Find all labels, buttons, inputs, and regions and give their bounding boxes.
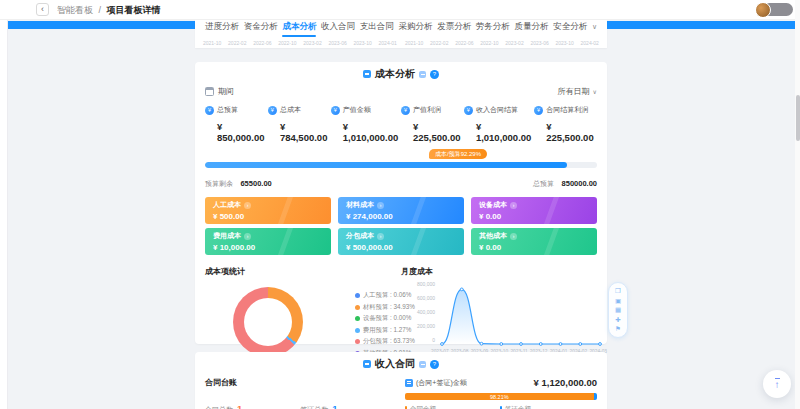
- axis-tick: 2022-10: [278, 40, 296, 46]
- amount-row: (合同+签证)金额 ¥ 1,120,000.00: [405, 377, 597, 388]
- legend-item: 费用预算 : 1.27%: [355, 326, 415, 335]
- grid-icon[interactable]: ▦: [615, 306, 621, 314]
- axis-tick: 2023-02: [505, 40, 523, 46]
- back-button[interactable]: ‹: [36, 3, 49, 16]
- area-chart-svg: [438, 284, 604, 346]
- user-avatar[interactable]: [755, 2, 771, 18]
- chart-titles-row: 成本项统计 月度成本: [205, 266, 597, 277]
- coin-icon: ¥: [268, 106, 277, 115]
- budget-remaining: 预算剩余 65500.00: [205, 172, 272, 190]
- legend-item: 人工预算 : 0.06%: [355, 291, 415, 300]
- cost-card-value: ¥ 274,000.00: [346, 212, 456, 221]
- visa-count-group: 签证总数 1: [300, 403, 337, 409]
- legend-label: 分包预算 : 63.73%: [363, 337, 415, 346]
- donut-legend-dot: [355, 293, 360, 298]
- document-icon: [405, 379, 413, 387]
- axis-label-group-right: 2021-10 2022-02 2022-06 2022-10 2023-02 …: [405, 40, 599, 46]
- period-label: 期间: [218, 86, 234, 97]
- stat-value: ¥ 850,000.00: [205, 121, 268, 143]
- axis-label-group-left: 2021-10 2022-02 2022-06 2022-10 2023-02 …: [203, 40, 397, 46]
- title-deco-right-icon: [419, 71, 426, 78]
- cost-analysis-section: 成本分析 ? 期间 所有日期 ∨ ¥总预算 ¥ 850,000.00 ¥总成本 …: [195, 62, 607, 344]
- title-deco-right-icon: [419, 361, 426, 368]
- stat-settlement-profit: ¥合同结算利润 ¥ 225,500.00: [534, 105, 597, 143]
- stat-value: ¥ 225,500.00: [401, 121, 464, 143]
- income-legend-item: 签证金额 ¥ 20,000.00: [500, 405, 595, 409]
- page-scrollbar: [795, 0, 800, 409]
- cost-card-value: ¥ 500,000.00: [346, 243, 456, 252]
- ledger-counts: 合同总数 1 签证总数 1: [205, 403, 405, 409]
- flag-icon[interactable]: ⚑: [615, 325, 621, 333]
- arrow-right-icon: ›: [244, 202, 251, 209]
- legend-label: 费用预算 : 1.27%: [363, 326, 411, 335]
- y-axis-tick: 600,000: [411, 295, 435, 301]
- contract-ledger-block: 合同台账 合同总数 1 签证总数 1: [205, 377, 405, 409]
- income-bar-fill: 98.21%: [405, 393, 594, 400]
- help-icon[interactable]: ?: [430, 70, 439, 79]
- donut-legend-dot: [355, 316, 360, 321]
- stat-output-profit: ¥产值利润 ¥ 225,500.00: [401, 105, 464, 143]
- cost-card[interactable]: 其他成本› ¥ 0.00: [471, 228, 597, 255]
- visa-count-value[interactable]: 1: [332, 403, 337, 409]
- cost-card[interactable]: 材料成本› ¥ 274,000.00: [338, 197, 464, 224]
- y-axis-tick: 400,000: [411, 309, 435, 315]
- cost-card[interactable]: 人工成本› ¥ 500.00: [205, 197, 331, 224]
- tabs-overflow-chevron-icon[interactable]: ∨: [592, 23, 597, 31]
- income-contract-section: 收入合同 ? 合同台账 合同总数 1 签证总数 1: [195, 352, 607, 409]
- axis-tick: 2023-06: [530, 40, 548, 46]
- axis-tick: 2023-02: [303, 40, 321, 46]
- stat-income-settlement: ¥收入合同结算 ¥ 1,010,000.00: [464, 105, 534, 143]
- stat-label: 产值金额: [343, 105, 371, 115]
- breadcrumb-separator: /: [99, 5, 102, 15]
- contract-amount-bar: 98.21%: [405, 393, 597, 400]
- stat-total-cost: ¥总成本 ¥ 784,500.00: [268, 105, 331, 143]
- stat-label: 合同结算利润: [546, 105, 588, 115]
- budget-total: 总预算 850000.00: [533, 172, 597, 190]
- area-fill: [442, 289, 600, 344]
- axis-tick: 2022-06: [455, 40, 473, 46]
- stat-value: ¥ 1,010,000.00: [464, 121, 534, 143]
- income-legend-tick: [405, 406, 407, 409]
- date-filter-value: 所有日期: [558, 86, 590, 97]
- cost-card-label: 人工成本: [213, 200, 241, 210]
- budget-remaining-value: 65500.00: [240, 179, 271, 188]
- cost-card[interactable]: 设备成本› ¥ 0.00: [471, 197, 597, 224]
- income-legend-item: 合同金额 ¥ 1,100,000.00: [405, 405, 500, 409]
- stat-total-budget: ¥总预算 ¥ 850,000.00: [205, 105, 268, 143]
- help-icon[interactable]: ?: [430, 360, 439, 369]
- plus-icon[interactable]: ✚: [615, 316, 620, 324]
- contract-count-value[interactable]: 1: [237, 403, 242, 409]
- donut-legend-dot: [355, 339, 360, 344]
- axis-tick: 2023-10: [353, 40, 371, 46]
- cost-card-label: 材料成本: [346, 200, 374, 210]
- cost-donut-chart: [233, 287, 303, 357]
- axis-tick: 2022-10: [480, 40, 498, 46]
- windows-icon[interactable]: ❐: [615, 287, 621, 295]
- image-icon[interactable]: ▣: [615, 297, 621, 305]
- breadcrumb-root[interactable]: 智能看板: [57, 5, 93, 15]
- stat-value: ¥ 225,500.00: [534, 121, 597, 143]
- stat-label: 总成本: [280, 105, 301, 115]
- cost-card[interactable]: 分包成本› ¥ 500,000.00: [338, 228, 464, 255]
- chevron-down-icon: ∨: [593, 88, 597, 95]
- cost-section-title: 成本分析: [375, 67, 415, 81]
- cost-card[interactable]: 费用成本› ¥ 10,000.00: [205, 228, 331, 255]
- contract-count-group: 合同总数 1: [205, 403, 242, 409]
- cost-card-label: 设备成本: [479, 200, 507, 210]
- cost-stats-row: ¥总预算 ¥ 850,000.00 ¥总成本 ¥ 784,500.00 ¥产值金…: [205, 105, 597, 143]
- amount-label: (合同+签证)金额: [416, 378, 467, 388]
- y-axis-tick: 200,000: [411, 323, 435, 329]
- axis-tick: 2021-10: [405, 40, 423, 46]
- coin-icon: ¥: [331, 106, 340, 115]
- cost-card-label: 分包成本: [346, 231, 374, 241]
- contract-amount-block: (合同+签证)金额 ¥ 1,120,000.00 98.21% 合同金额: [405, 377, 597, 409]
- arrow-up-to-bar-icon: ↑: [775, 378, 780, 390]
- contract-count-label: 合同总数: [205, 405, 233, 409]
- ledger-title: 合同台账: [205, 377, 405, 388]
- scrollbar-thumb[interactable]: [796, 95, 800, 141]
- budget-progress-fill: [205, 162, 567, 168]
- donut-chart-title: 成本项统计: [205, 266, 245, 277]
- arrow-right-icon: ›: [510, 233, 517, 240]
- back-to-top-button[interactable]: ↑: [763, 370, 791, 398]
- date-filter-dropdown[interactable]: 所有日期 ∨: [558, 86, 597, 97]
